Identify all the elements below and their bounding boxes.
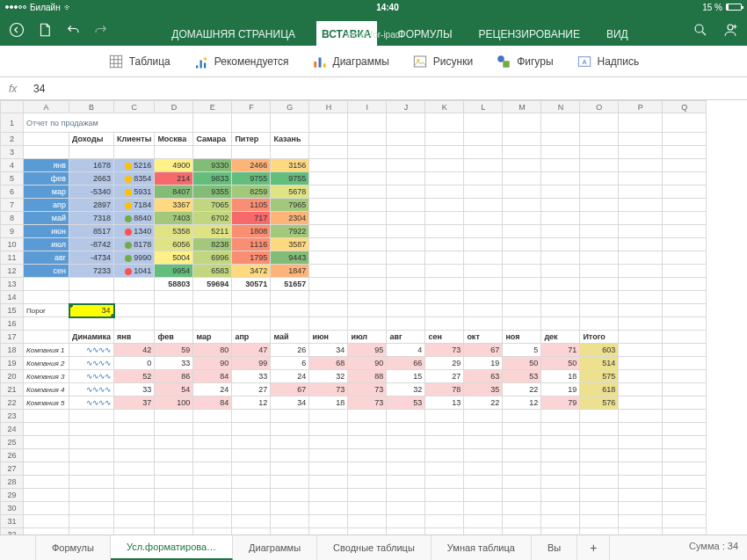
row-header[interactable]: 27 bbox=[1, 462, 24, 476]
col-header[interactable]: N bbox=[541, 101, 580, 113]
sheet-tab-truncated[interactable]: Вы bbox=[532, 535, 577, 560]
battery-icon bbox=[726, 4, 742, 11]
col-header[interactable]: E bbox=[193, 101, 232, 113]
sheet-tab-condformat[interactable]: Усл.форматирова… bbox=[111, 535, 233, 560]
share-icon[interactable] bbox=[722, 22, 738, 38]
row-header[interactable]: 31 bbox=[1, 515, 24, 528]
picture-icon bbox=[412, 54, 428, 69]
row-header[interactable]: 14 bbox=[1, 291, 24, 304]
col-header[interactable]: H bbox=[309, 101, 348, 113]
svg-rect-4 bbox=[314, 62, 316, 68]
col-header[interactable]: G bbox=[271, 101, 309, 113]
tool-recommended[interactable]: Рекомендуется bbox=[193, 54, 289, 69]
svg-rect-5 bbox=[318, 57, 321, 67]
row-header[interactable]: 23 bbox=[1, 410, 24, 423]
svg-point-2 bbox=[728, 25, 733, 30]
ribbon-tabs: ДОМАШНЯЯ СТРАНИЦА ВСТАВКА ФОРМУЛЫ РЕЦЕНЗ… bbox=[114, 14, 685, 46]
svg-point-1 bbox=[695, 25, 703, 33]
undo-icon[interactable] bbox=[65, 22, 81, 38]
row-header[interactable]: 26 bbox=[1, 449, 24, 462]
row-header[interactable]: 3 bbox=[1, 146, 24, 159]
tool-pictures[interactable]: Рисунки bbox=[412, 54, 473, 69]
tool-charts-label: Диаграммы bbox=[333, 55, 389, 68]
sheet-tab-add[interactable]: + bbox=[577, 535, 610, 560]
row-header[interactable]: 32 bbox=[1, 528, 24, 535]
statusbar-sum: Сумма : 34 bbox=[680, 535, 747, 560]
insert-toolbar: Таблица Рекомендуется Диаграммы Рисунки … bbox=[0, 46, 747, 77]
row-header[interactable]: 28 bbox=[1, 476, 24, 489]
col-header[interactable]: I bbox=[348, 101, 387, 113]
col-header[interactable]: P bbox=[619, 101, 663, 113]
row-header[interactable]: 29 bbox=[1, 489, 24, 502]
tab-formulas[interactable]: ФОРМУЛЫ bbox=[393, 21, 458, 46]
sheet-tab-smart[interactable]: Умная таблица bbox=[432, 535, 532, 560]
row-header[interactable]: 25 bbox=[1, 436, 24, 449]
col-header[interactable]: B bbox=[69, 101, 114, 113]
col-header[interactable]: K bbox=[425, 101, 464, 113]
col-header[interactable]: C bbox=[114, 101, 155, 113]
chart-icon bbox=[312, 54, 328, 69]
fx-label: fx bbox=[9, 83, 33, 95]
col-header[interactable]: L bbox=[464, 101, 503, 113]
sheet-tab-pivot[interactable]: Сводные таблицы bbox=[317, 535, 432, 560]
formula-bar[interactable]: fx 34 bbox=[0, 77, 747, 100]
tab-review[interactable]: РЕЦЕНЗИРОВАНИЕ bbox=[474, 21, 585, 46]
row-header[interactable]: 30 bbox=[1, 502, 24, 515]
textbox-icon: A bbox=[577, 54, 592, 69]
tool-shapes[interactable]: Фигуры bbox=[496, 54, 553, 69]
sheet-tabs: Формулы Усл.форматирова… Диаграммы Сводн… bbox=[0, 535, 747, 560]
file-icon[interactable] bbox=[37, 22, 53, 38]
wifi-icon: ᯤ bbox=[64, 3, 73, 12]
svg-rect-10 bbox=[503, 61, 510, 68]
svg-rect-6 bbox=[323, 63, 325, 68]
svg-rect-7 bbox=[414, 56, 426, 67]
col-header[interactable]: A bbox=[24, 101, 69, 113]
col-header[interactable]: M bbox=[503, 101, 541, 113]
tab-view[interactable]: ВИД bbox=[601, 21, 634, 46]
back-icon[interactable] bbox=[9, 22, 25, 38]
tool-shapes-label: Фигуры bbox=[517, 55, 553, 68]
tool-table[interactable]: Таблица bbox=[108, 54, 170, 69]
sheet-tab-charts[interactable]: Диаграммы bbox=[233, 535, 317, 560]
tool-table-label: Таблица bbox=[129, 55, 170, 68]
wand-icon bbox=[193, 54, 209, 69]
redo-icon[interactable] bbox=[93, 22, 109, 38]
table-icon bbox=[108, 54, 124, 69]
search-icon[interactable] bbox=[693, 22, 708, 38]
tool-textbox-label: Надпись bbox=[598, 55, 640, 68]
tool-textbox[interactable]: A Надпись bbox=[577, 54, 640, 69]
col-header[interactable]: O bbox=[580, 101, 619, 113]
tab-home[interactable]: ДОМАШНЯЯ СТРАНИЦА bbox=[166, 21, 301, 46]
battery-pct: 15 % bbox=[702, 3, 722, 12]
tool-recommended-label: Рекомендуется bbox=[214, 55, 289, 68]
svg-point-0 bbox=[11, 24, 24, 37]
row-header[interactable]: 16 bbox=[1, 317, 24, 331]
ios-statusbar: Билайн ᯤ 14:40 15 % bbox=[0, 0, 747, 14]
col-header[interactable]: D bbox=[155, 101, 193, 113]
titlebar: excel-for-ipad ДОМАШНЯЯ СТРАНИЦА ВСТАВКА… bbox=[0, 14, 747, 46]
tab-insert[interactable]: ВСТАВКА bbox=[316, 21, 376, 46]
clock: 14:40 bbox=[73, 3, 703, 12]
carrier-label: Билайн bbox=[30, 3, 61, 12]
signal-icon bbox=[5, 5, 26, 9]
svg-rect-3 bbox=[110, 55, 122, 68]
tool-pictures-label: Рисунки bbox=[433, 55, 473, 68]
shapes-icon bbox=[496, 54, 511, 69]
tool-charts[interactable]: Диаграммы bbox=[312, 54, 389, 69]
spreadsheet[interactable]: ABCDEFGHIJKLMNOPQ1Отчет по продажам2Дохо… bbox=[0, 100, 747, 535]
col-header[interactable]: F bbox=[232, 101, 271, 113]
col-header[interactable]: Q bbox=[663, 101, 707, 113]
col-header[interactable]: J bbox=[387, 101, 425, 113]
row-header[interactable]: 24 bbox=[1, 423, 24, 436]
formula-value: 34 bbox=[33, 83, 45, 95]
svg-text:A: A bbox=[582, 58, 586, 66]
sheet-tab-formulas[interactable]: Формулы bbox=[35, 535, 111, 560]
